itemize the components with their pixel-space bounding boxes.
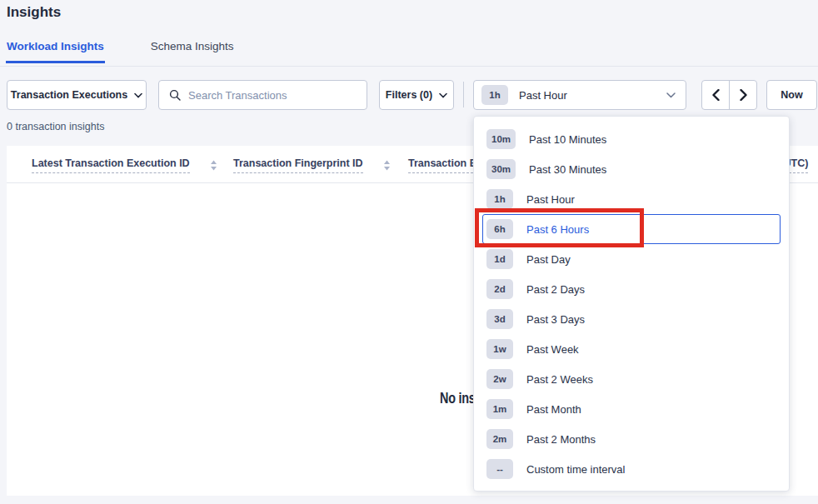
filters-label: Filters (0) bbox=[386, 89, 432, 101]
time-interval-option[interactable]: 2m Past 2 Months bbox=[482, 424, 781, 454]
time-interval-option[interactable]: 1h Past Hour bbox=[482, 184, 781, 214]
tabs-divider bbox=[0, 66, 818, 67]
sort-icon[interactable] bbox=[210, 160, 217, 171]
tab-label: Schema Insights bbox=[151, 40, 234, 52]
time-interval-option-label: Past 30 Minutes bbox=[529, 163, 606, 176]
column-header-label: Latest Transaction Execution ID bbox=[32, 157, 190, 173]
time-interval-option[interactable]: 1m Past Month bbox=[482, 394, 781, 424]
time-interval-option[interactable]: 2d Past 2 Days bbox=[482, 274, 781, 304]
time-interval-badge: 1h bbox=[481, 85, 508, 105]
tab[interactable]: Schema Insights bbox=[151, 40, 234, 62]
insight-type-label: Transaction Executions bbox=[11, 89, 127, 101]
search-box[interactable] bbox=[158, 80, 367, 110]
time-interval-option-label: Past 2 Days bbox=[526, 283, 585, 296]
time-interval-option-badge: 1d bbox=[486, 249, 513, 269]
page-title: Insights bbox=[7, 4, 61, 21]
time-interval-dropdown: 10m Past 10 Minutes 30m Past 30 Minutes … bbox=[473, 116, 790, 492]
time-interval-option[interactable]: 1w Past Week bbox=[482, 334, 781, 364]
time-interval-option[interactable]: -- Custom time interval bbox=[482, 454, 781, 484]
search-icon bbox=[169, 89, 181, 101]
time-interval-option-label: Past Week bbox=[526, 343, 579, 356]
time-interval-option-label: Past Hour bbox=[526, 193, 575, 206]
time-interval-option-label: Past 10 Minutes bbox=[529, 133, 606, 146]
now-button[interactable]: Now bbox=[766, 80, 817, 110]
tab-label: Workload Insights bbox=[7, 40, 104, 52]
filters-button[interactable]: Filters (0) bbox=[379, 80, 454, 110]
toolbar-divider bbox=[463, 82, 464, 107]
next-interval-button[interactable] bbox=[730, 81, 756, 109]
time-interval-option-label: Past 6 Hours bbox=[526, 223, 589, 236]
chevron-down-icon bbox=[134, 92, 142, 98]
time-interval-option-label: Past 2 Weeks bbox=[526, 373, 593, 386]
results-count: 0 transaction insights bbox=[7, 121, 104, 132]
time-interval-option-label: Custom time interval bbox=[526, 463, 625, 476]
sort-icon[interactable] bbox=[383, 160, 391, 171]
chevron-down-icon bbox=[666, 92, 676, 98]
time-range-arrows bbox=[701, 80, 757, 110]
time-interval-option-badge: 2w bbox=[486, 369, 513, 389]
column-header-label: Transaction Fingerprint ID bbox=[233, 157, 363, 173]
time-interval-option-label: Past Month bbox=[526, 403, 581, 416]
time-interval-option-badge: 1w bbox=[486, 339, 513, 359]
insight-type-select[interactable]: Transaction Executions bbox=[7, 80, 147, 110]
time-interval-select[interactable]: 1h Past Hour bbox=[473, 80, 686, 110]
time-interval-option-badge: 1m bbox=[486, 399, 513, 419]
time-interval-label: Past Hour bbox=[519, 89, 567, 102]
time-interval-option[interactable]: 30m Past 30 Minutes bbox=[482, 154, 781, 184]
time-interval-option[interactable]: 6h Past 6 Hours bbox=[482, 214, 781, 244]
previous-interval-button[interactable] bbox=[702, 81, 730, 109]
time-interval-option[interactable]: 10m Past 10 Minutes bbox=[482, 124, 781, 154]
time-interval-option-badge: 10m bbox=[486, 129, 516, 149]
time-interval-option[interactable]: 2w Past 2 Weeks bbox=[482, 364, 781, 394]
chevron-down-icon bbox=[439, 92, 447, 98]
now-label: Now bbox=[781, 89, 802, 101]
search-input[interactable] bbox=[188, 89, 357, 102]
time-interval-option[interactable]: 3d Past 3 Days bbox=[482, 304, 781, 334]
time-interval-option-badge: 2d bbox=[486, 279, 513, 299]
time-interval-option-label: Past 2 Months bbox=[526, 433, 596, 446]
time-interval-option-badge: 3d bbox=[486, 309, 513, 329]
time-interval-option[interactable]: 1d Past Day bbox=[482, 244, 781, 274]
time-interval-option-badge: 30m bbox=[486, 159, 516, 179]
column-header[interactable]: Transaction Fingerprint ID bbox=[233, 157, 391, 173]
tab-bar: Workload Insights Schema Insights bbox=[7, 40, 234, 62]
tab[interactable]: Workload Insights bbox=[7, 40, 104, 62]
time-interval-option-badge: 1h bbox=[486, 189, 513, 209]
column-header[interactable]: Latest Transaction Execution ID bbox=[32, 157, 217, 173]
time-interval-option-badge: 6h bbox=[486, 219, 513, 239]
time-interval-option-label: Past 3 Days bbox=[526, 313, 585, 326]
time-interval-option-badge: 2m bbox=[486, 429, 513, 449]
time-interval-option-badge: -- bbox=[486, 459, 513, 479]
time-interval-option-label: Past Day bbox=[526, 253, 571, 266]
